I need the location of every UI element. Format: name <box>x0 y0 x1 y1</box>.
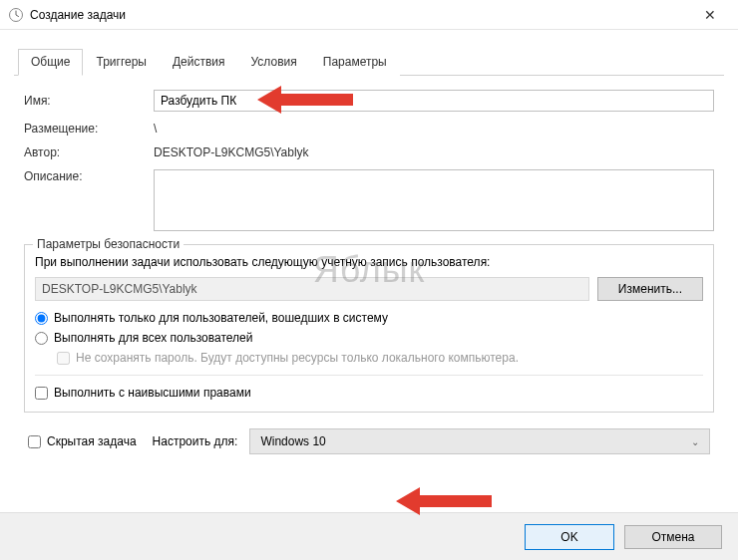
change-user-button[interactable]: Изменить... <box>597 277 703 301</box>
tab-settings[interactable]: Параметры <box>310 49 400 76</box>
clock-icon <box>8 7 24 23</box>
tab-strip: Общие Триггеры Действия Условия Параметр… <box>14 48 724 76</box>
author-value: DESKTOP-L9KCMG5\Yablyk <box>154 145 714 159</box>
security-fieldset: Параметры безопасности При выполнении за… <box>24 244 714 413</box>
location-label: Размещение: <box>24 122 154 136</box>
security-legend: Параметры безопасности <box>33 237 184 251</box>
configure-for-dropdown[interactable]: Windows 10 ⌄ <box>249 428 710 454</box>
tab-triggers[interactable]: Триггеры <box>83 49 160 76</box>
radio-logged-on-label: Выполнять только для пользователей, воше… <box>54 311 388 325</box>
tab-conditions[interactable]: Условия <box>238 49 310 76</box>
tab-general[interactable]: Общие <box>18 49 83 76</box>
radio-logged-on[interactable] <box>35 312 48 325</box>
description-label: Описание: <box>24 169 154 183</box>
account-field: DESKTOP-L9KCMG5\Yablyk <box>35 277 589 301</box>
svg-marker-2 <box>396 487 492 515</box>
name-input[interactable] <box>154 90 714 112</box>
highest-priv-checkbox[interactable] <box>35 387 48 400</box>
dialog-footer: OK Отмена <box>0 512 738 560</box>
hidden-task-label: Скрытая задача <box>47 434 137 448</box>
titlebar: Создание задачи ✕ <box>0 0 738 30</box>
location-value: \ <box>154 122 714 136</box>
close-button[interactable]: ✕ <box>690 7 730 23</box>
run-as-text: При выполнении задачи использовать следу… <box>35 255 703 269</box>
no-store-password-checkbox <box>57 352 70 365</box>
hidden-task-checkbox[interactable] <box>28 435 41 448</box>
general-panel: Имя: Размещение: \ Автор: DESKTOP-L9KCMG… <box>14 76 724 474</box>
configure-for-value: Windows 10 <box>260 434 325 448</box>
chevron-down-icon: ⌄ <box>691 436 699 447</box>
highest-priv-label: Выполнить с наивысшими правами <box>54 386 251 400</box>
description-input[interactable] <box>154 169 714 231</box>
ok-button[interactable]: OK <box>525 524 614 550</box>
tab-actions[interactable]: Действия <box>160 49 238 76</box>
author-label: Автор: <box>24 145 154 159</box>
radio-any-user[interactable] <box>35 332 48 345</box>
window-title: Создание задачи <box>30 8 690 22</box>
cancel-button[interactable]: Отмена <box>624 525 722 549</box>
name-label: Имя: <box>24 94 154 108</box>
no-store-password-label: Не сохранять пароль. Будут доступны ресу… <box>76 351 519 365</box>
radio-any-user-label: Выполнять для всех пользователей <box>54 331 252 345</box>
configure-for-label: Настроить для: <box>153 434 238 448</box>
